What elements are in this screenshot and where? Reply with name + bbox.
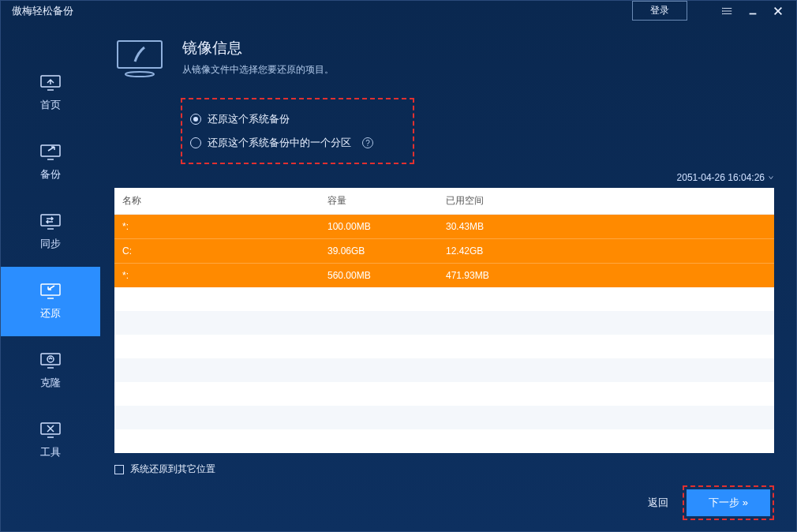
radio-label: 还原这个系统备份: [208, 112, 290, 126]
menu-list-icon[interactable]: [720, 4, 735, 18]
svg-point-5: [722, 13, 723, 14]
radio-restore-partition[interactable]: 还原这个系统备份中的一个分区 ?: [190, 131, 373, 155]
sidebar-item-label: 工具: [40, 445, 61, 459]
table-row-empty: [114, 335, 774, 358]
table-row-empty: [114, 311, 774, 335]
sidebar-item-label: 克隆: [40, 376, 61, 390]
sidebar-item-label: 备份: [40, 167, 61, 182]
help-icon[interactable]: ?: [362, 137, 373, 148]
next-button-highlight: 下一步 »: [683, 485, 774, 520]
cell-capacity: 560.00MB: [320, 264, 438, 287]
cell-capacity: 100.00MB: [320, 215, 438, 238]
backup-timestamp-dropdown[interactable]: 2051-04-26 16:04:26: [114, 172, 774, 183]
restore-options-highlight: 还原这个系统备份 还原这个系统备份中的一个分区 ?: [181, 98, 414, 164]
main-panel: 镜像信息 从镜像文件中选择您要还原的项目。 还原这个系统备份 还原这个系统备份中…: [100, 21, 796, 532]
sidebar-item-label: 同步: [40, 237, 61, 251]
sidebar-item-sync[interactable]: 同步: [1, 197, 100, 267]
svg-point-19: [47, 356, 54, 362]
table-header: 名称 容量 已用空间: [114, 188, 774, 215]
monitor-tools-icon: [40, 421, 61, 439]
monitor-arrow-out-icon: [40, 144, 61, 161]
close-icon[interactable]: [771, 4, 785, 18]
monitor-home-icon: [40, 74, 61, 92]
col-header-name: 名称: [114, 188, 320, 214]
titlebar: 傲梅轻松备份 登录: [1, 1, 796, 21]
svg-point-4: [722, 10, 723, 11]
table-row[interactable]: *: 100.00MB 30.43MB: [114, 215, 774, 238]
login-button[interactable]: 登录: [632, 1, 687, 21]
next-button[interactable]: 下一步 »: [687, 489, 770, 516]
cell-used: 30.43MB: [438, 215, 774, 238]
table-row[interactable]: C: 39.06GB 12.42GB: [114, 238, 774, 263]
col-header-used: 已用空间: [438, 188, 774, 214]
timestamp-value: 2051-04-26 16:04:26: [677, 172, 765, 183]
minimize-icon[interactable]: [746, 4, 760, 18]
svg-point-23: [125, 72, 154, 77]
radio-restore-full[interactable]: 还原这个系统备份: [190, 107, 373, 131]
col-header-capacity: 容量: [320, 188, 438, 214]
back-button[interactable]: 返回: [648, 496, 668, 510]
sidebar-item-clone[interactable]: 克隆: [1, 336, 100, 406]
cell-used: 12.42GB: [438, 239, 774, 263]
radio-icon: [190, 114, 201, 125]
sidebar-item-label: 还原: [40, 306, 61, 320]
table-row-empty: [114, 358, 774, 382]
table-row-empty: [114, 429, 774, 453]
page-title: 镜像信息: [182, 38, 334, 58]
sidebar: 首页 备份 同步 还原 克隆 工具: [1, 21, 100, 532]
footer: 返回 下一步 »: [114, 476, 774, 520]
cell-name: *:: [114, 264, 320, 287]
sidebar-item-home[interactable]: 首页: [1, 58, 100, 128]
table-row-empty: [114, 287, 774, 311]
monitor-arrow-in-icon: [40, 283, 61, 300]
monitor-sync-icon: [40, 213, 61, 230]
radio-label: 还原这个系统备份中的一个分区: [208, 136, 351, 150]
cell-name: C:: [114, 239, 320, 263]
app-title: 傲梅轻松备份: [12, 4, 73, 18]
restore-other-location-checkbox[interactable]: 系统还原到其它位置: [114, 463, 774, 476]
radio-icon: [190, 137, 201, 148]
sidebar-item-backup[interactable]: 备份: [1, 128, 100, 197]
table-row-empty: [114, 406, 774, 429]
svg-rect-17: [41, 354, 60, 365]
checkbox-icon: [114, 465, 124, 474]
cell-capacity: 39.06GB: [320, 239, 438, 263]
checkbox-label: 系统还原到其它位置: [130, 463, 215, 476]
cell-used: 471.93MB: [438, 264, 774, 287]
svg-point-3: [722, 8, 723, 9]
svg-rect-11: [41, 145, 60, 156]
svg-rect-13: [41, 215, 60, 226]
cell-name: *:: [114, 215, 320, 238]
sidebar-item-tools[interactable]: 工具: [1, 406, 100, 475]
table-row[interactable]: *: 560.00MB 471.93MB: [114, 263, 774, 287]
app-window: 傲梅轻松备份 登录 首页 备份 同步: [0, 0, 797, 532]
image-info-icon: [114, 38, 168, 79]
table-row-empty: [114, 382, 774, 406]
sidebar-item-restore[interactable]: 还原: [1, 267, 100, 336]
sidebar-item-label: 首页: [40, 98, 61, 112]
svg-rect-22: [118, 41, 162, 68]
monitor-clone-icon: [40, 352, 61, 369]
chevron-down-icon: [768, 174, 774, 181]
page-subtitle: 从镜像文件中选择您要还原的项目。: [182, 63, 334, 77]
partition-table: 名称 容量 已用空间 *: 100.00MB 30.43MB C: 39.06G…: [114, 188, 774, 453]
